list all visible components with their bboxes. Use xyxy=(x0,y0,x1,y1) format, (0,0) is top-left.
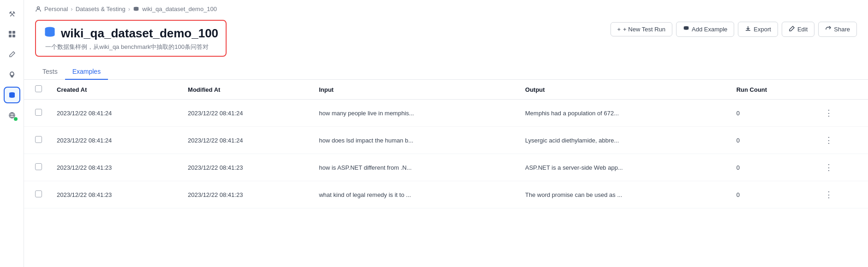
row-actions-cell: ⋮ xyxy=(814,127,868,154)
breadcrumb-db-icon xyxy=(133,6,139,12)
col-run-count: Run Count xyxy=(729,80,814,100)
add-example-button[interactable]: Add Example xyxy=(676,22,734,37)
breadcrumb-personal[interactable]: Personal xyxy=(44,6,68,12)
share-button[interactable]: Share xyxy=(818,22,857,37)
col-modified-at: Modified At xyxy=(180,80,311,100)
share-label: Share xyxy=(834,26,850,33)
edit-button[interactable]: Edit xyxy=(782,22,814,37)
row-output: ASP.NET is a server-side Web app... xyxy=(518,154,729,181)
edit-btn-icon xyxy=(789,25,795,33)
col-output: Output xyxy=(518,80,729,100)
plus-icon: + xyxy=(617,26,621,33)
edit-label: Edit xyxy=(797,26,808,33)
row-input: how many people live in memphis... xyxy=(311,100,518,127)
select-all-checkbox[interactable] xyxy=(35,85,42,92)
row-created-at: 2023/12/22 08:41:23 xyxy=(49,181,180,208)
row-created-at: 2023/12/22 08:41:24 xyxy=(49,100,180,127)
row-run-count: 0 xyxy=(729,154,814,181)
row-modified-at: 2023/12/22 08:41:23 xyxy=(180,181,311,208)
row-modified-at: 2023/12/22 08:41:23 xyxy=(180,154,311,181)
breadcrumb-sep-2: › xyxy=(128,6,130,12)
breadcrumb-datasets[interactable]: Datasets & Testing xyxy=(76,6,126,12)
row-more-button[interactable]: ⋮ xyxy=(822,134,836,146)
row-input: what kind of legal remedy is it to ... xyxy=(311,181,518,208)
tab-tests[interactable]: Tests xyxy=(35,64,65,80)
col-checkbox xyxy=(24,80,49,100)
table-row: 2023/12/22 08:41:24 2023/12/22 08:41:24 … xyxy=(24,127,868,154)
title-row: wiki_qa_dataset_demo_100 xyxy=(43,25,218,41)
database-icon[interactable] xyxy=(4,87,20,103)
breadcrumb-sep-1: › xyxy=(71,6,72,12)
rocket-icon[interactable] xyxy=(4,66,20,83)
row-checkbox-1[interactable] xyxy=(35,136,42,143)
edit-icon[interactable] xyxy=(4,46,20,63)
row-more-button[interactable]: ⋮ xyxy=(822,189,836,201)
breadcrumb-dataset-name[interactable]: wiki_qa_dataset_demo_100 xyxy=(142,6,217,12)
row-output: The word promise can be used as ... xyxy=(518,181,729,208)
row-more-button[interactable]: ⋮ xyxy=(822,161,836,173)
row-checkbox-cell[interactable] xyxy=(24,154,49,181)
row-checkbox-0[interactable] xyxy=(35,109,42,116)
page-title: wiki_qa_dataset_demo_100 xyxy=(61,26,218,41)
row-run-count: 0 xyxy=(729,100,814,127)
row-actions-cell: ⋮ xyxy=(814,181,868,208)
share-icon xyxy=(825,25,832,33)
table-row: 2023/12/22 08:41:23 2023/12/22 08:41:23 … xyxy=(24,181,868,208)
row-more-button[interactable]: ⋮ xyxy=(822,107,836,119)
row-input: how is ASP.NET different from .N... xyxy=(311,154,518,181)
examples-table: Created At Modified At Input Output Run … xyxy=(24,80,868,208)
row-created-at: 2023/12/22 08:41:23 xyxy=(49,154,180,181)
table-row: 2023/12/22 08:41:23 2023/12/22 08:41:23 … xyxy=(24,154,868,181)
db-btn-icon xyxy=(683,25,689,33)
row-checkbox-cell[interactable] xyxy=(24,100,49,127)
main-content: Personal › Datasets & Testing › wiki_qa_… xyxy=(24,0,868,267)
add-example-label: Add Example xyxy=(692,26,727,33)
person-icon xyxy=(35,6,42,12)
svg-rect-2 xyxy=(9,35,12,37)
row-actions-cell: ⋮ xyxy=(814,100,868,127)
col-actions xyxy=(814,80,868,100)
title-db-icon xyxy=(43,25,56,41)
row-modified-at: 2023/12/22 08:41:24 xyxy=(180,127,311,154)
row-checkbox-cell[interactable] xyxy=(24,127,49,154)
col-input: Input xyxy=(311,80,518,100)
grid-icon[interactable] xyxy=(4,26,20,42)
globe-icon[interactable] xyxy=(4,107,20,124)
svg-rect-1 xyxy=(12,31,15,34)
svg-rect-3 xyxy=(12,35,15,37)
svg-point-6 xyxy=(37,6,40,9)
breadcrumb: Personal › Datasets & Testing › wiki_qa_… xyxy=(24,0,868,16)
table-header-row: Created At Modified At Input Output Run … xyxy=(24,80,868,100)
header: wiki_qa_dataset_demo_100 一个数据集样例，从wiki_q… xyxy=(24,16,868,64)
row-input: how does lsd impact the human b... xyxy=(311,127,518,154)
sidebar: ⚒ xyxy=(0,0,24,267)
tools-icon[interactable]: ⚒ xyxy=(4,6,20,22)
export-label: Export xyxy=(754,26,771,33)
new-test-run-label: + New Test Run xyxy=(623,26,665,33)
col-created-at: Created At xyxy=(49,80,180,100)
row-output: Lysergic acid diethylamide, abbre... xyxy=(518,127,729,154)
row-modified-at: 2023/12/22 08:41:24 xyxy=(180,100,311,127)
row-output: Memphis had a population of 672... xyxy=(518,100,729,127)
row-checkbox-2[interactable] xyxy=(35,163,42,170)
row-run-count: 0 xyxy=(729,181,814,208)
row-checkbox-3[interactable] xyxy=(35,190,42,197)
download-icon xyxy=(745,25,751,33)
new-test-run-button[interactable]: + + New Test Run xyxy=(611,22,672,36)
tabs: Tests Examples xyxy=(24,64,868,80)
row-actions-cell: ⋮ xyxy=(814,154,868,181)
table-row: 2023/12/22 08:41:24 2023/12/22 08:41:24 … xyxy=(24,100,868,127)
svg-rect-0 xyxy=(9,31,12,34)
table-container: Created At Modified At Input Output Run … xyxy=(24,80,868,267)
row-run-count: 0 xyxy=(729,127,814,154)
title-block: wiki_qa_dataset_demo_100 一个数据集样例，从wiki_q… xyxy=(35,20,227,57)
tab-examples[interactable]: Examples xyxy=(65,64,108,80)
toolbar: + + New Test Run Add Example xyxy=(611,20,857,37)
export-button[interactable]: Export xyxy=(738,22,778,37)
row-created-at: 2023/12/22 08:41:24 xyxy=(49,127,180,154)
page-subtitle: 一个数据集样例，从wiki_qa benchmark中抽取的100条问答对 xyxy=(43,43,218,51)
row-checkbox-cell[interactable] xyxy=(24,181,49,208)
